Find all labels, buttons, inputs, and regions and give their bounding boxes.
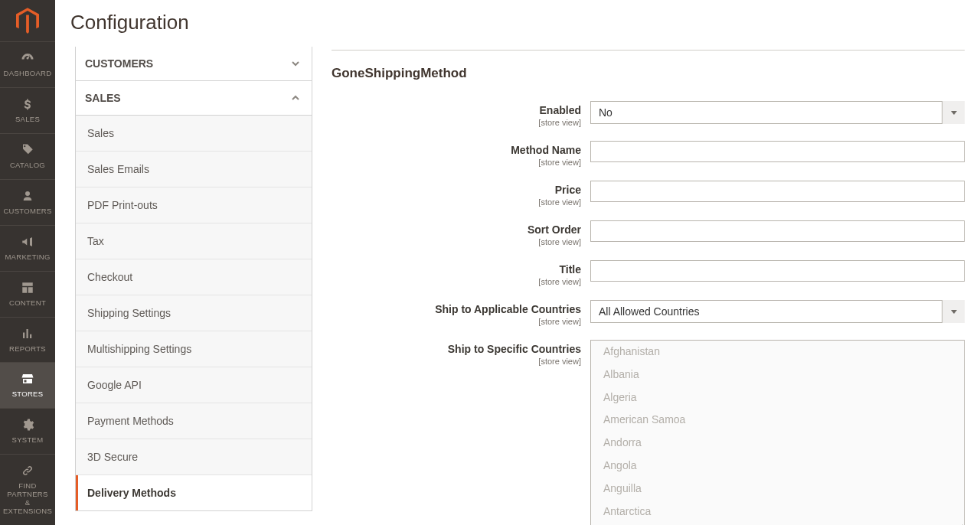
field-method-name: Method Name[store view] <box>332 141 965 167</box>
page-header: Configuration <box>55 0 980 47</box>
rail-content[interactable]: CONTENT <box>0 271 55 317</box>
scope-label: [store view] <box>332 277 581 286</box>
price-input[interactable] <box>590 181 965 202</box>
field-label: Ship to Applicable Countries <box>435 303 581 315</box>
rail-label: CONTENT <box>9 299 46 308</box>
scope-label: [store view] <box>332 118 581 127</box>
config-subitem[interactable]: Shipping Settings <box>76 295 312 331</box>
svg-marker-0 <box>951 111 957 115</box>
scope-label: [store view] <box>332 317 581 326</box>
svg-marker-1 <box>951 310 957 314</box>
field-label: Method Name <box>511 144 581 156</box>
rail-marketing[interactable]: MARKETING <box>0 225 55 271</box>
scope-label: [store view] <box>332 237 581 246</box>
field-sort-order: Sort Order[store view] <box>332 220 965 246</box>
config-subitem[interactable]: Delivery Methods <box>76 475 312 510</box>
field-ship-applicable: Ship to Applicable Countries[store view]… <box>332 300 965 326</box>
country-option[interactable]: Antarctica <box>591 501 964 523</box>
config-subitem[interactable]: Multishipping Settings <box>76 331 312 367</box>
ship-specific-multiselect[interactable]: AfghanistanAlbaniaAlgeriaAmerican SamoaA… <box>590 340 965 525</box>
config-nav: CUSTOMERS SALES SalesSales EmailsPDF Pri… <box>55 47 312 525</box>
country-option[interactable]: American Samoa <box>591 409 964 432</box>
field-enabled: Enabled[store view] No <box>332 101 965 127</box>
chevron-down-icon <box>291 59 300 68</box>
rail-sales[interactable]: SALES <box>0 87 55 133</box>
rail-label: SALES <box>15 116 40 124</box>
store-icon <box>21 370 34 387</box>
config-subitem[interactable]: Tax <box>76 223 312 259</box>
rail-stores[interactable]: STORES <box>0 362 55 408</box>
chevron-up-icon <box>291 93 300 103</box>
config-group-sales-body: SalesSales EmailsPDF Print-outsTaxChecko… <box>75 116 312 511</box>
layout-icon <box>21 279 34 296</box>
rail-label: CUSTOMERS <box>3 207 51 216</box>
link-icon <box>21 462 34 479</box>
field-title: Title[store view] <box>332 260 965 286</box>
sort-order-input[interactable] <box>590 220 965 242</box>
rail-customers[interactable]: CUSTOMERS <box>0 179 55 225</box>
person-icon <box>21 188 34 204</box>
rail-label: MARKETING <box>5 253 50 262</box>
select-value: All Allowed Countries <box>590 300 965 323</box>
megaphone-icon <box>21 233 34 250</box>
bars-icon <box>21 325 34 342</box>
field-price: Price[store view] <box>332 181 965 207</box>
rail-label: REPORTS <box>9 345 46 354</box>
field-label: Title <box>559 263 581 276</box>
dollar-icon <box>21 96 34 112</box>
gauge-icon <box>21 50 34 67</box>
select-value: No <box>590 101 965 124</box>
field-label: Sort Order <box>528 223 581 236</box>
rail-label: DASHBOARD <box>4 70 52 78</box>
group-label: CUSTOMERS <box>85 57 153 70</box>
gear-icon <box>21 416 34 433</box>
admin-rail: DASHBOARD SALES CATALOG CUSTOMERS MARKET… <box>0 0 55 525</box>
config-form: GoneShippingMethod Enabled[store view] N… <box>312 47 980 525</box>
country-option[interactable]: Algeria <box>591 386 964 409</box>
enabled-select[interactable]: No <box>590 101 965 124</box>
country-option[interactable]: Angola <box>591 455 964 478</box>
field-ship-specific: Ship to Specific Countries[store view] A… <box>332 340 965 525</box>
config-subitem[interactable]: Checkout <box>76 259 312 295</box>
config-subitem[interactable]: 3D Secure <box>76 439 312 475</box>
config-subitem[interactable]: Payment Methods <box>76 403 312 439</box>
rail-label: SYSTEM <box>12 436 44 445</box>
dropdown-button <box>942 101 965 124</box>
rail-reports[interactable]: REPORTS <box>0 317 55 363</box>
country-option[interactable]: Afghanistan <box>591 341 964 364</box>
country-option[interactable]: Anguilla <box>591 478 964 501</box>
rail-find-partners[interactable]: FIND PARTNERS & EXTENSIONS <box>0 454 55 525</box>
field-label: Ship to Specific Countries <box>448 343 581 355</box>
config-subitem[interactable]: Sales <box>76 116 312 152</box>
ship-applicable-select[interactable]: All Allowed Countries <box>590 300 965 323</box>
field-label: Enabled <box>540 104 581 116</box>
tag-icon <box>21 142 34 158</box>
config-subitem[interactable]: Sales Emails <box>76 152 312 188</box>
rail-dashboard[interactable]: DASHBOARD <box>0 41 55 87</box>
page-title: Configuration <box>70 11 965 34</box>
country-option[interactable]: Andorra <box>591 432 964 455</box>
rail-label: CATALOG <box>10 161 45 170</box>
dropdown-button <box>942 300 965 323</box>
config-group-sales[interactable]: SALES <box>75 80 312 116</box>
config-group-customers[interactable]: CUSTOMERS <box>75 47 312 81</box>
rail-system[interactable]: SYSTEM <box>0 408 55 454</box>
title-input[interactable] <box>590 260 965 282</box>
country-option[interactable]: Albania <box>591 364 964 386</box>
group-label: SALES <box>85 92 121 104</box>
scope-label: [store view] <box>332 197 581 207</box>
config-subitem[interactable]: PDF Print-outs <box>76 188 312 223</box>
rail-label: STORES <box>12 390 44 399</box>
rail-label: FIND PARTNERS & EXTENSIONS <box>2 482 54 516</box>
magento-logo[interactable] <box>0 0 55 41</box>
scope-label: [store view] <box>332 357 581 366</box>
scope-label: [store view] <box>332 158 581 167</box>
method-name-input[interactable] <box>590 141 965 162</box>
config-subitem[interactable]: Google API <box>76 367 312 403</box>
rail-catalog[interactable]: CATALOG <box>0 133 55 179</box>
section-divider <box>332 50 965 51</box>
field-label: Price <box>555 184 581 196</box>
section-title[interactable]: GoneShippingMethod <box>332 66 965 81</box>
